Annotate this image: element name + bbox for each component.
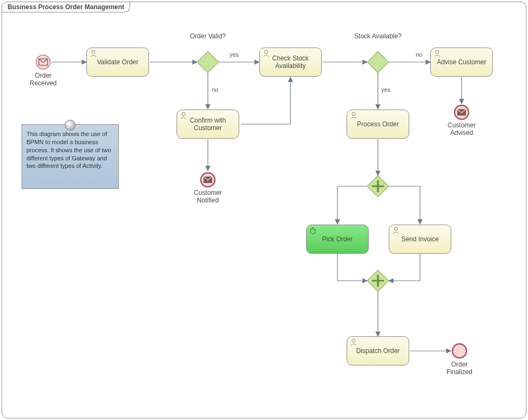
svg-point-2 <box>92 50 95 53</box>
gateway-order-valid[interactable] <box>197 51 219 73</box>
task-label: Confirm with Customer <box>180 117 235 132</box>
annotation-note: This diagram shows the use of BPMN to mo… <box>22 124 119 189</box>
task-check-stock[interactable]: Check Stock Availability <box>259 48 322 77</box>
svg-rect-10 <box>367 51 389 73</box>
task-invoice[interactable]: Send Invoice <box>389 225 451 254</box>
user-icon <box>349 111 358 121</box>
start-label: Order Received <box>24 72 62 87</box>
task-label: Advise Customer <box>437 58 486 66</box>
end-event-advised[interactable] <box>453 104 470 120</box>
svg-point-6 <box>352 112 355 116</box>
pin-icon <box>65 120 76 131</box>
task-validate[interactable]: Validate Order <box>86 48 149 77</box>
svg-point-7 <box>394 227 397 231</box>
user-icon <box>349 338 358 348</box>
user-icon <box>391 226 400 236</box>
end-event-finalized[interactable] <box>451 343 468 359</box>
parallel-gateway-join[interactable] <box>367 270 389 292</box>
task-label: Check Stock Availability <box>263 55 318 70</box>
end-label: Order Finalized <box>441 361 478 376</box>
task-label: Send Invoice <box>401 235 438 243</box>
hand-icon <box>309 226 317 236</box>
task-pick[interactable]: Pick Order <box>306 225 369 254</box>
svg-point-17 <box>452 344 466 358</box>
user-icon <box>262 49 270 59</box>
parallel-gateway-split[interactable] <box>367 175 389 197</box>
gateway-label: Stock Available? <box>351 32 405 40</box>
svg-point-0 <box>36 55 50 69</box>
canvas: Business Process Order Management <box>0 0 528 420</box>
svg-rect-9 <box>197 51 219 73</box>
svg-point-3 <box>265 50 268 53</box>
user-icon <box>433 49 442 59</box>
user-icon <box>89 49 98 59</box>
note-text: This diagram shows the use of BPMN to mo… <box>26 131 111 169</box>
task-label: Dispatch Order <box>356 347 400 355</box>
user-icon <box>179 111 188 121</box>
task-label: Validate Order <box>97 58 138 66</box>
end-event-notified[interactable] <box>200 172 216 188</box>
end-label: Customer Advised <box>443 121 480 137</box>
pool-title: Business Process Order Management <box>2 2 130 12</box>
end-label: Customer Notified <box>189 189 227 204</box>
task-advise[interactable]: Advise Customer <box>430 48 493 77</box>
svg-point-4 <box>436 50 439 53</box>
svg-point-5 <box>182 112 185 116</box>
start-event[interactable] <box>35 54 51 70</box>
task-dispatch[interactable]: Dispatch Order <box>347 336 409 365</box>
gateway-label: Order Valid? <box>186 32 229 40</box>
edge-label: no <box>212 86 218 93</box>
task-confirm[interactable]: Confirm with Customer <box>177 110 239 139</box>
task-process[interactable]: Process Order <box>347 110 409 139</box>
edge-label: yes <box>229 51 239 58</box>
edge-label: no <box>416 51 422 58</box>
svg-point-8 <box>352 339 355 342</box>
gateway-stock-available[interactable] <box>367 51 389 73</box>
task-label: Pick Order <box>322 235 353 243</box>
task-label: Process Order <box>357 120 398 128</box>
edge-label: yes <box>381 86 390 93</box>
